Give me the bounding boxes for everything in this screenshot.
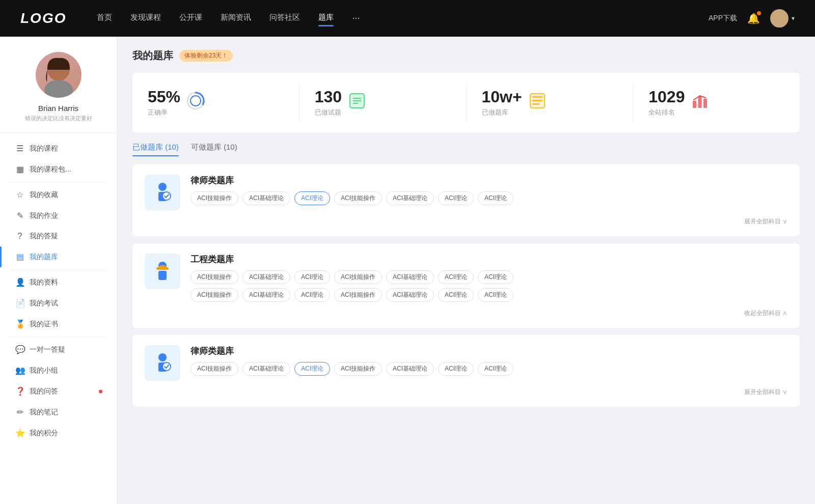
- tag[interactable]: ACI理论: [438, 270, 474, 284]
- stat-done-questions: 130 已做试题: [300, 83, 467, 122]
- profile-icon: 👤: [15, 277, 24, 287]
- nav-link-news[interactable]: 新闻资讯: [221, 13, 251, 24]
- tag[interactable]: ACI理论: [294, 270, 330, 284]
- tag[interactable]: ACI基础理论: [242, 270, 290, 284]
- sidebar-item-favorites[interactable]: ☆ 我的收藏: [0, 184, 117, 205]
- qbank-title-1: 律师类题库: [191, 175, 787, 186]
- sidebar-item-label: 我的证书: [30, 320, 58, 329]
- tag[interactable]: ACI技能操作: [334, 191, 382, 205]
- tag[interactable]: ACI技能操作: [191, 362, 238, 376]
- divider: [10, 269, 106, 270]
- tag[interactable]: ACI技能操作: [191, 288, 238, 302]
- sidebar-item-certificate[interactable]: 🏅 我的证书: [0, 314, 117, 334]
- sidebar-item-label: 我的课程: [30, 144, 58, 153]
- tabs-row: 已做题库 (10) 可做题库 (10): [132, 143, 800, 156]
- svg-rect-23: [158, 271, 167, 280]
- sidebar-item-label: 我的资料: [30, 278, 58, 287]
- tab-available-banks[interactable]: 可做题库 (10): [191, 143, 237, 156]
- questions-icon: [348, 92, 366, 114]
- sidebar-item-homework[interactable]: ✎ 我的作业: [0, 205, 117, 226]
- tag[interactable]: ACI基础理论: [242, 288, 290, 302]
- svg-rect-18: [703, 99, 707, 108]
- sidebar-item-label: 我的问答: [30, 387, 58, 396]
- tags-row-2a: ACI技能操作 ACI基础理论 ACI理论 ACI技能操作 ACI基础理论 AC…: [191, 270, 787, 284]
- stat-accuracy-label: 正确率: [148, 108, 180, 117]
- tag[interactable]: ACI理论: [438, 362, 474, 376]
- sidebar-item-course[interactable]: ☰ 我的课程: [0, 138, 117, 159]
- tag[interactable]: ACI技能操作: [334, 270, 382, 284]
- svg-point-0: [776, 12, 783, 19]
- expand-link-1[interactable]: 展开全部科目 ∨: [145, 217, 787, 226]
- tag[interactable]: ACI基础理论: [242, 362, 290, 376]
- sidebar-item-points[interactable]: ⭐ 我的积分: [0, 423, 117, 443]
- sidebar-item-label: 我的课程包...: [30, 165, 71, 174]
- tag[interactable]: ACI理论: [478, 362, 513, 376]
- rank-icon: [691, 92, 709, 114]
- nav-app-download[interactable]: APP下载: [709, 14, 737, 23]
- svg-rect-16: [693, 101, 696, 108]
- notes-icon: ✏: [15, 407, 24, 417]
- nav-link-open[interactable]: 公开课: [179, 13, 202, 24]
- tag[interactable]: ACI理论: [438, 191, 474, 205]
- stat-rank-label: 全站排名: [648, 108, 685, 117]
- tag[interactable]: ACI理论: [478, 288, 513, 302]
- nav-link-home[interactable]: 首页: [97, 13, 112, 24]
- sidebar-item-exam[interactable]: 📄 我的考试: [0, 293, 117, 314]
- tag[interactable]: ACI基础理论: [386, 288, 434, 302]
- tag[interactable]: ACI基础理论: [386, 270, 434, 284]
- sidebar-item-group[interactable]: 👥 我的小组: [0, 360, 117, 381]
- sidebar-item-label: 我的考试: [30, 299, 58, 308]
- question-icon: ?: [15, 232, 24, 241]
- qbank-title-3: 律师类题库: [191, 345, 787, 357]
- avatar: [36, 52, 82, 98]
- tag[interactable]: ACI理论: [478, 270, 513, 284]
- nav-link-discover[interactable]: 发现课程: [130, 13, 161, 24]
- tags-row-2b: ACI技能操作 ACI基础理论 ACI理论 ACI技能操作 ACI基础理论 AC…: [191, 288, 787, 302]
- stat-rank-value: 1029: [648, 88, 685, 106]
- nav-logo: LOGO: [20, 10, 66, 26]
- stat-accuracy-value: 55%: [148, 88, 180, 106]
- tag[interactable]: ACI理论: [294, 288, 330, 302]
- tab-done-banks[interactable]: 已做题库 (10): [132, 143, 179, 156]
- qa-icon: ❓: [15, 386, 24, 396]
- expand-link-3[interactable]: 展开全部科目 ∨: [145, 388, 787, 397]
- tag[interactable]: ACI技能操作: [334, 362, 382, 376]
- tag-active[interactable]: ACI理论: [294, 191, 330, 205]
- collapse-link-2[interactable]: 收起全部科目 ∧: [145, 309, 787, 318]
- nav-more[interactable]: ···: [352, 13, 360, 24]
- tag[interactable]: ACI基础理论: [386, 362, 434, 376]
- cert-icon: 🏅: [15, 319, 24, 329]
- svg-point-3: [44, 80, 73, 98]
- sidebar-item-questions[interactable]: ? 我的答疑: [0, 226, 117, 246]
- nav-link-qa[interactable]: 问答社区: [269, 13, 300, 24]
- tag[interactable]: ACI技能操作: [191, 191, 238, 205]
- tag[interactable]: ACI理论: [438, 288, 474, 302]
- sidebar: Brian Harris 错误的决定比没有决定要好 ☰ 我的课程 ▦ 我的课程包…: [0, 37, 117, 504]
- sidebar-item-my-qa[interactable]: ❓ 我的问答: [0, 381, 117, 402]
- stat-accuracy: 55% 正确率: [132, 83, 300, 122]
- tag[interactable]: ACI基础理论: [242, 191, 290, 205]
- sidebar-item-tutor[interactable]: 💬 一对一答疑: [0, 339, 117, 360]
- svg-rect-14: [532, 100, 542, 101]
- nav-bell-button[interactable]: 🔔: [747, 12, 760, 24]
- tag[interactable]: ACI技能操作: [334, 288, 382, 302]
- tag[interactable]: ACI理论: [478, 191, 513, 205]
- stat-done-banks-label: 已做题库: [482, 108, 522, 117]
- notification-dot: [99, 389, 102, 393]
- sidebar-item-profile[interactable]: 👤 我的资料: [0, 272, 117, 293]
- qbank-card-3: 律师类题库 ACI技能操作 ACI基础理论 ACI理论 ACI技能操作 ACI基…: [132, 335, 800, 407]
- sidebar-item-label: 我的作业: [30, 211, 58, 220]
- sidebar-item-qbank[interactable]: ▤ 我的题库: [0, 246, 117, 267]
- sidebar-item-course-package[interactable]: ▦ 我的课程包...: [0, 159, 117, 180]
- accuracy-icon: [186, 92, 205, 114]
- points-icon: ⭐: [15, 428, 24, 438]
- sidebar-item-notes[interactable]: ✏ 我的笔记: [0, 402, 117, 423]
- tag-active[interactable]: ACI理论: [294, 362, 330, 376]
- nav-link-qbank[interactable]: 题库: [318, 13, 334, 24]
- tag[interactable]: ACI技能操作: [191, 270, 238, 284]
- page-header: 我的题库 体验剩余23天！: [132, 49, 800, 63]
- nav-user-menu[interactable]: ▾: [770, 9, 795, 27]
- tag[interactable]: ACI基础理论: [386, 191, 434, 205]
- sidebar-item-label: 我的收藏: [30, 190, 58, 200]
- svg-point-27: [162, 362, 171, 371]
